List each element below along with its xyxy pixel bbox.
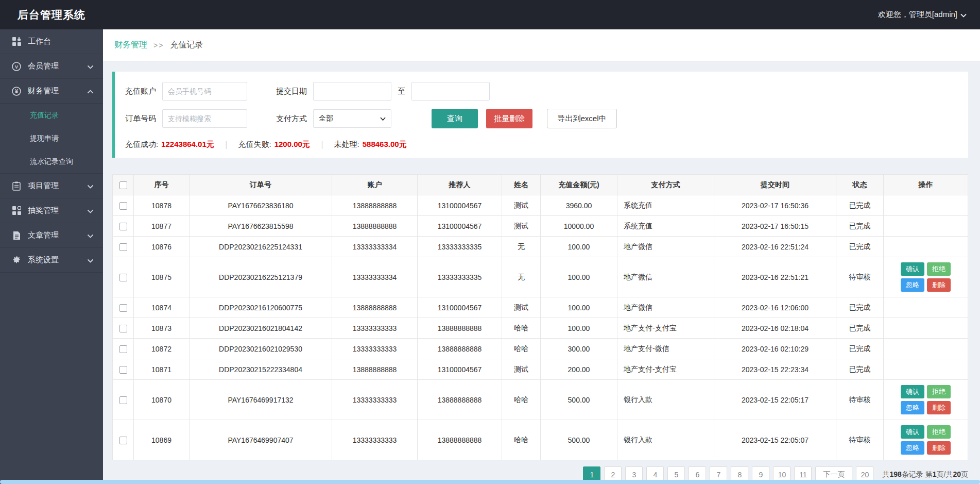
- table-row: 10871DDP20230215222334804138888888881310…: [113, 359, 968, 380]
- column-header-操作: 操作: [884, 175, 968, 195]
- sidebar-subitem-充值记录[interactable]: 充值记录: [0, 104, 103, 127]
- row-checkbox[interactable]: [119, 345, 127, 353]
- records-table-wrap: 序号订单号账户推荐人姓名充值金额(元)支付方式提交时间状态操作 10878PAY…: [112, 174, 968, 460]
- user-menu[interactable]: 欢迎您，管理员[admin]: [878, 10, 967, 20]
- column-header-账户: 账户: [332, 175, 418, 195]
- row-checkbox[interactable]: [119, 325, 127, 332]
- delete-button[interactable]: 删除: [927, 278, 951, 292]
- search-button[interactable]: 查询: [432, 109, 478, 128]
- cell-referrer: 13888888888: [418, 380, 502, 420]
- cell-referrer: 13100004567: [418, 297, 502, 318]
- cell-payment-method: 地产微信: [617, 297, 714, 318]
- delete-button[interactable]: 删除: [927, 441, 951, 455]
- ignore-button[interactable]: 忽略: [901, 278, 924, 292]
- payment-select[interactable]: 全部: [313, 109, 391, 128]
- reject-button[interactable]: 拒绝: [927, 385, 951, 398]
- ignore-button[interactable]: 忽略: [901, 401, 924, 414]
- table-row: 10872DDP20230216021029530133333333331388…: [113, 339, 968, 359]
- status-badge: 已完成: [836, 339, 884, 359]
- row-checkbox[interactable]: [119, 437, 127, 444]
- select-all-checkbox[interactable]: [119, 181, 127, 189]
- cell-id: 10875: [134, 257, 190, 297]
- topbar: 后台管理系统 欢迎您，管理员[admin]: [0, 0, 980, 29]
- table-header-row: 序号订单号账户推荐人姓名充值金额(元)支付方式提交时间状态操作: [113, 175, 968, 195]
- status-badge: 已完成: [836, 237, 884, 257]
- cell-actions: [884, 339, 968, 359]
- cell-submit-time: 2023-02-16 22:51:24: [714, 237, 836, 257]
- cell-submit-time: 2023-02-16 22:51:21: [714, 257, 836, 297]
- row-checkbox[interactable]: [119, 202, 127, 210]
- sidebar-item-文章管理[interactable]: 文章管理: [0, 223, 103, 248]
- cell-payment-method: 地产支付-微信: [617, 339, 714, 359]
- status-badge: 已完成: [836, 195, 884, 216]
- row-checkbox-cell: [113, 339, 134, 359]
- row-checkbox[interactable]: [119, 274, 127, 281]
- row-checkbox[interactable]: [119, 304, 127, 312]
- project-icon: [11, 181, 22, 191]
- sidebar-item-抽奖管理[interactable]: 抽奖管理: [0, 198, 103, 223]
- account-input[interactable]: [162, 82, 247, 101]
- cell-name: 测试: [502, 216, 541, 237]
- sidebar-item-财务管理[interactable]: ¥财务管理: [0, 79, 103, 104]
- cell-actions: [884, 359, 968, 380]
- cell-amount: 10000.00: [541, 216, 617, 237]
- sidebar-item-系统设置[interactable]: 系统设置: [0, 248, 103, 273]
- pagination-summary: 共198条记录 第1页/共20页: [882, 470, 968, 479]
- row-checkbox[interactable]: [119, 243, 127, 251]
- reject-button[interactable]: 拒绝: [927, 425, 951, 439]
- article-icon: [11, 230, 22, 241]
- ignore-button[interactable]: 忽略: [901, 441, 924, 455]
- delete-button[interactable]: 删除: [927, 401, 951, 414]
- sidebar-subitem-流水记录查询[interactable]: 流水记录查询: [0, 150, 103, 173]
- sidebar-item-项目管理[interactable]: 项目管理: [0, 174, 103, 198]
- cell-actions: [884, 237, 968, 257]
- cell-order-no: DDP20230215222334804: [190, 359, 332, 380]
- reject-button[interactable]: 拒绝: [927, 262, 951, 276]
- table-row: 10873DDP20230216021804142133333333331388…: [113, 318, 968, 339]
- order-input[interactable]: [162, 109, 247, 128]
- horizontal-scrollbar[interactable]: [0, 480, 980, 484]
- cell-amount: 100.00: [541, 318, 617, 339]
- cell-amount: 100.00: [541, 237, 617, 257]
- cell-account: 13333333333: [332, 380, 418, 420]
- table-row: 10875DDP20230216225121379133333333341333…: [113, 257, 968, 297]
- cell-name: 哈哈: [502, 318, 541, 339]
- cell-order-no: DDP20230216021804142: [190, 318, 332, 339]
- payment-selected-value: 全部: [319, 114, 333, 123]
- cell-submit-time: 2023-02-15 22:23:34: [714, 359, 836, 380]
- cell-actions: [884, 297, 968, 318]
- batch-delete-button[interactable]: 批量删除: [486, 109, 532, 128]
- sidebar-item-会员管理[interactable]: V会员管理: [0, 54, 103, 79]
- stat-label: 充值成功:: [125, 140, 158, 149]
- date-label: 提交日期: [276, 87, 307, 96]
- cell-amount: 3960.00: [541, 195, 617, 216]
- cell-payment-method: 地产支付-支付宝: [617, 318, 714, 339]
- sidebar-item-工作台[interactable]: 工作台: [0, 29, 103, 54]
- cell-amount: 500.00: [541, 380, 617, 420]
- stat-separator: ｜: [318, 140, 326, 149]
- chevron-down-icon: [87, 231, 94, 240]
- cell-referrer: 13333333335: [418, 237, 502, 257]
- sidebar-subitem-提现申请[interactable]: 提现申请: [0, 127, 103, 150]
- export-excel-button[interactable]: 导出到excel中: [547, 109, 617, 128]
- cell-submit-time: 2023-02-16 02:18:04: [714, 318, 836, 339]
- confirm-button[interactable]: 确认: [901, 425, 924, 439]
- confirm-button[interactable]: 确认: [901, 385, 924, 398]
- row-checkbox[interactable]: [119, 223, 127, 230]
- status-badge: 待审核: [836, 420, 884, 460]
- lottery-icon: [11, 206, 22, 216]
- cell-referrer: 13333333335: [418, 257, 502, 297]
- date-from-input[interactable]: [313, 82, 391, 101]
- row-checkbox[interactable]: [119, 366, 127, 374]
- date-to-input[interactable]: [411, 82, 490, 101]
- confirm-button[interactable]: 确认: [901, 262, 924, 276]
- chevron-down-icon: [380, 117, 386, 121]
- cell-account: 13888888888: [332, 195, 418, 216]
- cell-id: 10874: [134, 297, 190, 318]
- chevron-down-icon: [87, 181, 94, 190]
- row-checkbox[interactable]: [119, 396, 127, 404]
- cell-amount: 300.00: [541, 339, 617, 359]
- cell-payment-method: 地产支付-支付宝: [617, 359, 714, 380]
- cell-actions: 确认拒绝忽略删除: [884, 420, 968, 460]
- breadcrumb-parent[interactable]: 财务管理: [114, 40, 147, 51]
